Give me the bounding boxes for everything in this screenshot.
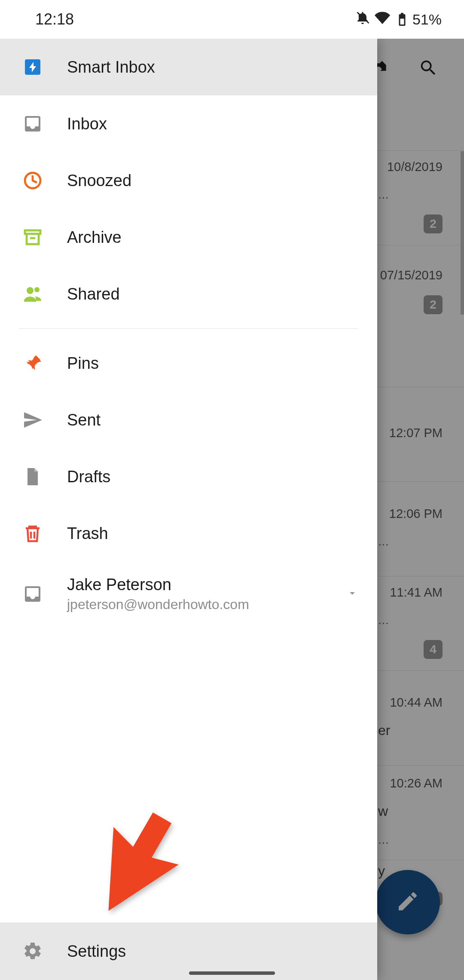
nav-label: Drafts — [67, 468, 110, 486]
paper-plane-icon — [21, 409, 44, 431]
nav-label: Trash — [67, 524, 108, 543]
wifi-icon — [375, 10, 390, 29]
nav-label: Archive — [67, 228, 122, 247]
archive-icon — [21, 226, 44, 248]
nav-settings[interactable]: Settings — [0, 922, 377, 980]
gear-icon — [21, 940, 44, 962]
chevron-down-icon[interactable] — [346, 587, 358, 601]
nav-label: Pins — [67, 354, 99, 373]
nav-archive[interactable]: Archive — [0, 209, 377, 266]
inbox-icon — [21, 583, 44, 605]
account-email: jpeterson@wonderhowto.com — [67, 597, 323, 612]
nav-smart-inbox[interactable]: Smart Inbox — [0, 39, 377, 95]
battery-indicator: 51% — [394, 11, 442, 28]
nav-label: Settings — [67, 942, 126, 961]
nav-snoozed[interactable]: Snoozed — [0, 152, 377, 209]
account-name: Jake Peterson — [67, 576, 323, 594]
nav-shared[interactable]: Shared — [0, 266, 377, 322]
nav-sent[interactable]: Sent — [0, 392, 377, 448]
clock: 12:18 — [35, 10, 74, 28]
file-icon — [21, 466, 44, 488]
inbox-icon — [21, 113, 44, 135]
account-row[interactable]: Jake Peterson jpeterson@wonderhowto.com — [0, 562, 377, 626]
gesture-handle[interactable] — [189, 971, 275, 975]
nav-pins[interactable]: Pins — [0, 335, 377, 392]
scroll-indicator — [461, 151, 464, 315]
status-bar: 12:18 51% — [0, 0, 464, 39]
divider — [19, 328, 358, 329]
people-icon — [21, 283, 44, 305]
clock-icon — [21, 169, 44, 192]
nav-label: Sent — [67, 411, 101, 429]
svg-point-2 — [27, 287, 34, 294]
bolt-box-icon — [21, 56, 44, 78]
nav-label: Snoozed — [67, 172, 131, 190]
pin-icon — [21, 352, 44, 374]
battery-percent: 51% — [412, 11, 442, 28]
notifications-off-icon — [355, 10, 370, 29]
nav-inbox[interactable]: Inbox — [0, 95, 377, 152]
annotation-arrow — [82, 811, 189, 918]
nav-label: Inbox — [67, 115, 107, 133]
nav-trash[interactable]: Trash — [0, 505, 377, 562]
nav-label: Smart Inbox — [67, 58, 155, 77]
nav-drafts[interactable]: Drafts — [0, 448, 377, 505]
svg-point-3 — [34, 287, 40, 292]
trash-icon — [21, 522, 44, 545]
nav-label: Shared — [67, 285, 120, 303]
